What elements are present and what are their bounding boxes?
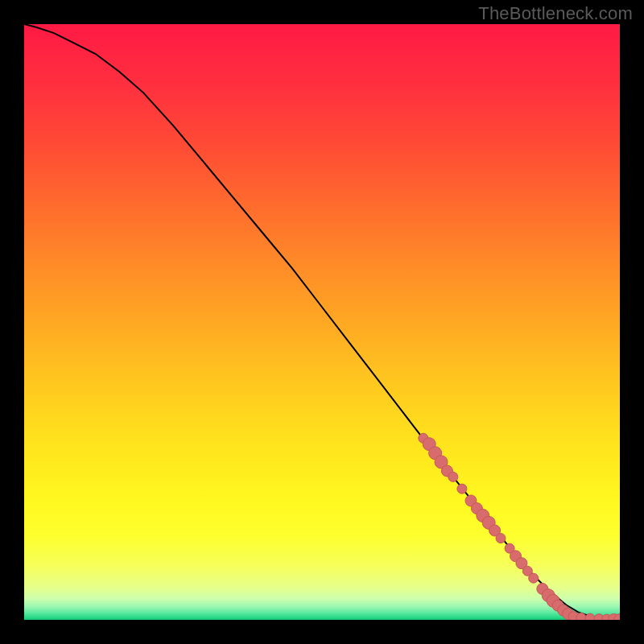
chart-container: TheBottleneck.com [0, 0, 644, 644]
plot-area [24, 24, 620, 620]
data-point [457, 484, 467, 493]
curve-line [24, 24, 620, 620]
data-point [496, 534, 506, 543]
watermark-text: TheBottleneck.com [478, 3, 633, 24]
data-point [529, 573, 539, 583]
data-points-group [419, 433, 620, 620]
data-point [448, 472, 458, 481]
plot-overlay [24, 24, 620, 620]
data-point [576, 613, 586, 620]
data-point [585, 613, 595, 620]
